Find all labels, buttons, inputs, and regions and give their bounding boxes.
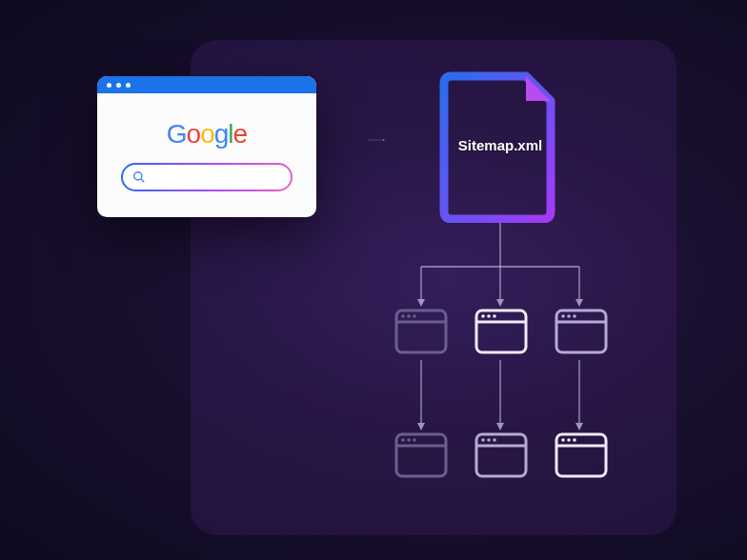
svg-line-1 [141,179,145,183]
svg-point-0 [134,172,142,180]
logo-letter: g [214,119,229,150]
logo-letter: G [167,119,187,150]
svg-point-27 [493,314,496,318]
page-icon [555,309,608,354]
svg-point-35 [401,438,405,442]
logo-letter: o [187,119,201,150]
window-dot-icon [116,83,121,88]
arrow-right-icon [333,139,419,141]
svg-point-36 [407,438,411,442]
svg-marker-17 [575,423,583,430]
page-icon [394,309,448,354]
svg-point-26 [487,314,491,318]
svg-point-45 [561,438,565,442]
svg-marker-10 [496,299,504,307]
browser-titlebar [97,76,316,93]
svg-point-47 [573,438,576,442]
browser-body: G o o g l e [97,93,316,217]
page-icon [474,432,528,478]
svg-point-25 [481,314,485,318]
search-icon [132,170,146,184]
logo-letter: e [233,119,248,150]
page-icon [555,432,608,478]
svg-point-42 [493,438,496,442]
google-logo: G o o g l e [167,119,247,150]
window-dot-icon [126,83,131,88]
svg-point-32 [573,314,576,318]
svg-point-41 [487,438,491,442]
svg-point-40 [481,438,485,442]
svg-point-31 [567,314,571,318]
sitemap-file-icon: Sitemap.xml [438,70,562,223]
page-icon [394,432,448,478]
svg-point-20 [401,314,405,318]
svg-point-30 [561,314,565,318]
svg-marker-9 [417,299,425,307]
page-icon [474,309,528,354]
search-bar [121,163,293,191]
svg-marker-15 [417,423,425,430]
browser-window: G o o g l e [97,76,316,217]
svg-marker-11 [575,299,583,307]
svg-point-21 [407,314,411,318]
window-dot-icon [107,83,111,88]
svg-point-22 [413,314,416,318]
svg-point-46 [567,438,571,442]
svg-marker-3 [383,139,385,141]
logo-letter: o [200,119,214,150]
tree-connectors [372,223,629,528]
file-label: Sitemap.xml [438,137,562,153]
svg-point-37 [413,438,416,442]
svg-marker-16 [496,423,504,430]
